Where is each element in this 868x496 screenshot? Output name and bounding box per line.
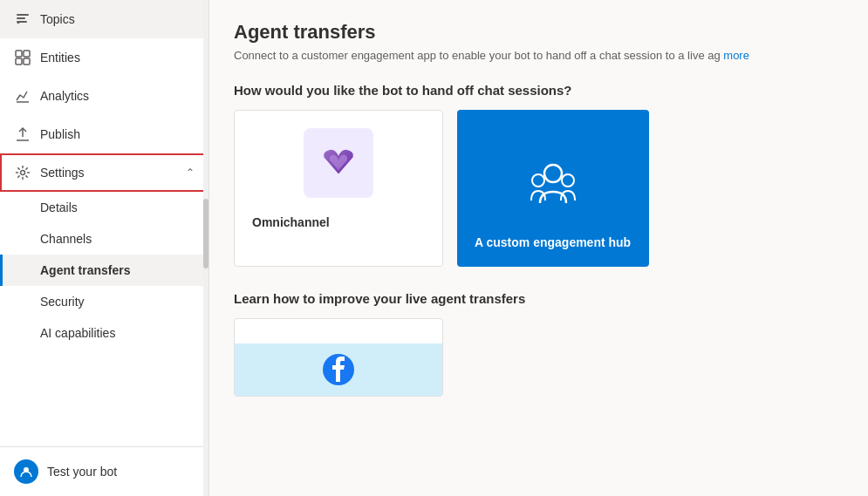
sidebar-item-agent-transfers-label: Agent transfers (40, 263, 130, 277)
custom-hub-card[interactable]: A custom engagement hub (457, 110, 649, 267)
svg-point-14 (562, 174, 574, 187)
sidebar-item-security-label: Security (40, 295, 85, 309)
svg-point-10 (21, 171, 25, 175)
entities-icon (14, 49, 31, 66)
learn-card-image (235, 343, 442, 396)
svg-rect-3 (16, 51, 22, 57)
sidebar-item-settings-label: Settings (40, 166, 85, 180)
sidebar: Topics Entities Analytics (0, 0, 209, 496)
page-title: Agent transfers (234, 21, 844, 44)
omnichannel-card[interactable]: Omnichannel (234, 110, 443, 267)
custom-hub-label: A custom engagement hub (475, 235, 631, 249)
sidebar-item-publish-label: Publish (40, 127, 80, 141)
sidebar-item-publish[interactable]: Publish (0, 115, 208, 153)
topics-icon (14, 10, 31, 28)
page-description: Connect to a customer engagement app to … (234, 49, 844, 62)
sidebar-item-entities[interactable]: Entities (0, 38, 208, 77)
publish-icon (14, 126, 31, 143)
sidebar-item-details[interactable]: Details (0, 192, 208, 223)
sidebar-item-topics[interactable]: Topics (0, 0, 208, 38)
sidebar-item-analytics-label: Analytics (40, 89, 89, 103)
svg-rect-1 (17, 17, 25, 19)
sidebar-item-details-label: Details (40, 200, 78, 214)
settings-icon (14, 164, 31, 181)
test-bot-bar[interactable]: Test your bot (0, 446, 208, 496)
chevron-up-icon: ⌃ (186, 166, 195, 179)
svg-rect-5 (16, 58, 22, 65)
svg-point-12 (544, 165, 562, 182)
sidebar-item-ai-capabilities[interactable]: AI capabilities (0, 317, 208, 349)
sidebar-item-analytics[interactable]: Analytics (0, 77, 208, 115)
scroll-thumb (203, 199, 208, 268)
main-content: Agent transfers Connect to a customer en… (209, 0, 868, 496)
svg-rect-0 (17, 14, 29, 16)
sidebar-item-topics-label: Topics (40, 12, 75, 26)
learn-card[interactable] (234, 318, 443, 397)
hub-icon (518, 148, 588, 218)
learn-cards-row (234, 318, 844, 397)
sidebar-item-channels-label: Channels (40, 232, 92, 246)
hub-icon-area (475, 148, 632, 218)
omnichannel-icon-area (252, 128, 425, 198)
learn-section-title: Learn how to improve your live agent tra… (234, 291, 844, 306)
sidebar-item-channels[interactable]: Channels (0, 223, 208, 255)
sidebar-item-ai-capabilities-label: AI capabilities (40, 326, 115, 340)
scroll-indicator (203, 0, 208, 496)
svg-rect-6 (24, 58, 30, 65)
omnichannel-label: Omnichannel (252, 215, 330, 229)
test-bot-label: Test your bot (47, 465, 117, 479)
analytics-icon (14, 87, 31, 105)
sidebar-item-security[interactable]: Security (0, 286, 208, 317)
sidebar-item-settings[interactable]: Settings ⌃ (0, 153, 208, 192)
svg-point-13 (532, 174, 544, 187)
description-link[interactable]: more (723, 49, 749, 62)
description-text: Connect to a customer engagement app to … (234, 49, 721, 62)
handoff-question: How would you like the bot to hand off c… (234, 83, 844, 98)
svg-rect-4 (24, 51, 30, 57)
sidebar-item-agent-transfers[interactable]: Agent transfers (0, 255, 208, 286)
test-bot-icon (14, 459, 38, 484)
cards-row: Omnichannel A custom engagement h (234, 110, 844, 267)
sidebar-item-entities-label: Entities (40, 51, 80, 65)
sidebar-scroll: Topics Entities Analytics (0, 0, 208, 446)
omnichannel-logo (304, 128, 373, 198)
